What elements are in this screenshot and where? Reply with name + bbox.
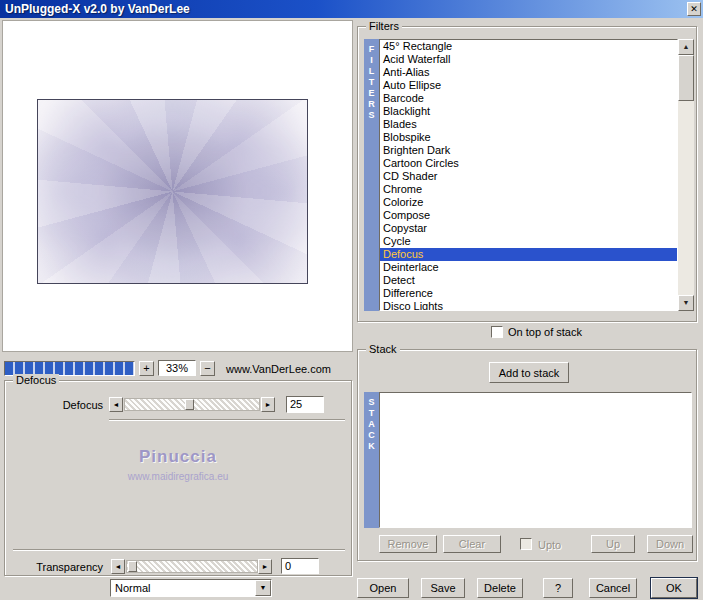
help-button[interactable]: ?	[543, 578, 573, 598]
cancel-button[interactable]: Cancel	[589, 578, 637, 598]
preview-panel	[2, 20, 353, 352]
dropdown-arrow-icon[interactable]: ▼	[255, 580, 271, 596]
filter-item[interactable]: Barcode	[380, 92, 677, 105]
filters-letter: R	[368, 99, 375, 110]
defocus-group-label: Defocus	[13, 374, 59, 387]
transparency-slider-track[interactable]	[126, 560, 258, 573]
filter-item[interactable]: Difference	[380, 287, 677, 300]
filters-letterbar: FILTERS	[364, 39, 379, 311]
vanderlee-website-link[interactable]: www.VanDerLee.com	[226, 363, 331, 375]
on-top-of-stack-option[interactable]: On top of stack	[491, 326, 582, 338]
open-button[interactable]: Open	[357, 578, 409, 598]
filter-item[interactable]: Compose	[380, 209, 677, 222]
transparency-label: Transparency	[5, 561, 103, 573]
transparency-slider-thumb[interactable]	[128, 561, 137, 572]
stack-group: Stack Add to stack STACK Remove Clear Up…	[357, 349, 697, 561]
defocus-separator	[109, 419, 345, 421]
watermark-title: Pinuccia	[5, 447, 351, 467]
down-button[interactable]: Down	[647, 535, 693, 553]
transparency-value-input[interactable]: 0	[281, 558, 319, 574]
close-button[interactable]: ✕	[687, 2, 701, 16]
defocus-increase-button[interactable]: ►	[261, 397, 275, 412]
filters-letter: I	[370, 55, 373, 66]
filter-item[interactable]: Blacklight	[380, 105, 677, 118]
scroll-down-icon[interactable]: ▼	[678, 295, 694, 311]
filters-letter: E	[368, 88, 374, 99]
filter-item[interactable]: Chrome	[380, 183, 677, 196]
defocus-decrease-button[interactable]: ◄	[109, 397, 123, 412]
ok-button[interactable]: OK	[651, 578, 697, 598]
stack-letter: C	[368, 430, 375, 441]
on-top-checkbox[interactable]	[491, 326, 503, 338]
filter-item[interactable]: Detect	[380, 274, 677, 287]
zoom-level-value: 33%	[158, 360, 196, 376]
filters-scrollbar[interactable]: ▲ ▼	[678, 39, 694, 311]
transparency-increase-button[interactable]: ►	[258, 559, 272, 574]
on-top-label: On top of stack	[508, 326, 582, 338]
add-to-stack-button[interactable]: Add to stack	[489, 362, 569, 383]
transparency-separator	[13, 549, 345, 551]
blend-mode-dropdown[interactable]: Normal ▼	[110, 579, 272, 597]
stack-list[interactable]	[379, 392, 692, 528]
zoom-out-button[interactable]: −	[200, 361, 215, 376]
filter-item[interactable]: Cycle	[380, 235, 677, 248]
defocus-slider-track[interactable]	[124, 398, 260, 411]
filter-item[interactable]: Colorize	[380, 196, 677, 209]
upto-label: Upto	[538, 539, 561, 551]
scroll-up-icon[interactable]: ▲	[678, 39, 694, 55]
filter-item[interactable]: Brighten Dark	[380, 144, 677, 157]
up-button[interactable]: Up	[591, 535, 635, 553]
filters-group-label: Filters	[366, 20, 402, 33]
defocus-slider-thumb[interactable]	[185, 399, 194, 410]
scrollbar-thumb[interactable]	[678, 55, 694, 101]
defocus-group: Defocus Defocus ◄ ► 25 Pinuccia www.maid…	[4, 380, 352, 576]
remove-button[interactable]: Remove	[379, 535, 437, 553]
titlebar[interactable]: UnPlugged-X v2.0 by VanDerLee ✕	[0, 0, 703, 18]
stack-letter: K	[368, 441, 375, 452]
zoom-in-button[interactable]: +	[139, 361, 154, 376]
stack-group-label: Stack	[366, 343, 400, 356]
filter-item[interactable]: Blobspike	[380, 131, 677, 144]
filter-item[interactable]: 45° Rectangle	[380, 40, 677, 53]
defocus-param-label: Defocus	[15, 399, 103, 411]
save-button[interactable]: Save	[421, 578, 465, 598]
filters-group: Filters FILTERS 45° RectangleAcid Waterf…	[357, 26, 697, 322]
stack-letter: S	[368, 397, 374, 408]
filters-list[interactable]: 45° RectangleAcid WaterfallAnti-AliasAut…	[379, 39, 678, 311]
filter-item[interactable]: Defocus	[380, 248, 677, 261]
filter-item[interactable]: Deinterlace	[380, 261, 677, 274]
upto-checkbox[interactable]	[520, 538, 532, 550]
window-title: UnPlugged-X v2.0 by VanDerLee	[5, 0, 190, 18]
filter-item[interactable]: Cartoon Circles	[380, 157, 677, 170]
defocus-value-input[interactable]: 25	[286, 396, 324, 413]
filters-letter: L	[369, 66, 375, 77]
watermark-url: www.maidiregrafica.eu	[5, 471, 351, 482]
filter-item[interactable]: Anti-Alias	[380, 66, 677, 79]
filter-item[interactable]: Blades	[380, 118, 677, 131]
filter-item[interactable]: Disco Lights	[380, 300, 677, 311]
filter-item[interactable]: Copystar	[380, 222, 677, 235]
blend-mode-value: Normal	[115, 581, 150, 596]
filters-letter: T	[369, 77, 375, 88]
filters-letter: S	[368, 110, 374, 121]
filter-item[interactable]: Auto Ellipse	[380, 79, 677, 92]
delete-button[interactable]: Delete	[477, 578, 523, 598]
stack-letter: T	[369, 408, 375, 419]
stack-letterbar: STACK	[364, 392, 379, 528]
filter-item[interactable]: CD Shader	[380, 170, 677, 183]
preview-image	[37, 99, 308, 284]
stack-letter: A	[368, 419, 375, 430]
clear-button[interactable]: Clear	[443, 535, 501, 553]
filters-letter: F	[369, 44, 375, 55]
filter-item[interactable]: Acid Waterfall	[380, 53, 677, 66]
transparency-decrease-button[interactable]: ◄	[111, 559, 125, 574]
